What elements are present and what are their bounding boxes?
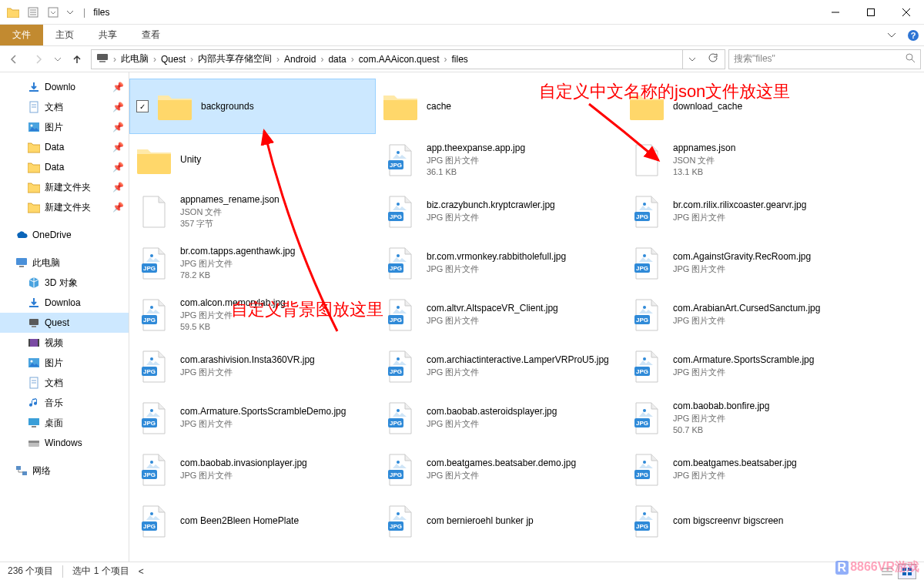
file-item[interactable]: JPG com bernieroehl bunker jp: [376, 495, 622, 547]
tree-label: 此电脑: [32, 256, 60, 270]
file-item[interactable]: JPG br.com.tapps.agenthawk.jpgJPG 图片文件78…: [129, 237, 376, 289]
file-item[interactable]: appnames.jsonJSON 文件13.1 KB: [622, 134, 869, 186]
checkbox-icon[interactable]: ✓: [136, 100, 149, 112]
nav-up-button[interactable]: [66, 49, 88, 70]
tree-item[interactable]: 文档📌: [0, 97, 129, 117]
file-item[interactable]: JPG com.ArabianArt.CursedSanctum.jpgJPG …: [622, 289, 869, 340]
file-item[interactable]: JPG br.com.vrmonkey.rabbitholefull.jpgJP…: [376, 237, 622, 289]
status-item-count: 236 个项目: [8, 565, 53, 578]
file-item[interactable]: cache: [376, 79, 622, 134]
file-item[interactable]: JPG com.baobab.asteroidsplayer.jpgJPG 图片…: [376, 392, 622, 444]
file-item[interactable]: JPG com bigscreenvr bigscreen: [622, 495, 869, 547]
file-item[interactable]: JPG com.beatgames.beatsaber.jpgJPG 图片文件: [622, 444, 869, 495]
jpg-icon: JPG: [628, 245, 665, 282]
file-item[interactable]: JPG br.com.rilix.rilixcoaster.gearvr.jpg…: [622, 186, 869, 237]
tree-network[interactable]: 网络: [0, 461, 129, 481]
tree-item[interactable]: 桌面: [0, 413, 129, 433]
json-icon: [628, 142, 665, 179]
file-item[interactable]: JPG biz.crazybunch.kryptcrawler.jpgJPG 图…: [376, 186, 622, 237]
jpg-icon: JPG: [628, 348, 665, 385]
nav-back-button[interactable]: [3, 49, 25, 70]
file-item[interactable]: JPG com.archiactinteractive.LamperVRProU…: [376, 340, 622, 392]
tree-item[interactable]: Data📌: [0, 157, 129, 177]
watermark: R8866VR游戏: [835, 559, 919, 575]
tab-file[interactable]: 文件: [0, 25, 43, 45]
tree-onedrive[interactable]: OneDrive: [0, 225, 129, 245]
device-icon: [93, 53, 112, 65]
jpg-icon: JPG: [136, 503, 172, 540]
file-item[interactable]: download_cache: [622, 79, 869, 134]
navigation-tree[interactable]: Downlo📌文档📌图片📌Data📌Data📌新建文件夹📌新建文件夹📌 OneD…: [0, 72, 129, 562]
help-icon[interactable]: ?: [902, 25, 924, 46]
tree-thispc[interactable]: 此电脑: [0, 253, 129, 273]
file-item[interactable]: JPG com.beatgames.beatsaber.demo.jpgJPG …: [376, 444, 622, 495]
tree-item[interactable]: 视频: [0, 333, 129, 353]
tree-label: Data: [45, 162, 64, 173]
tree-item[interactable]: 3D 对象: [0, 273, 129, 293]
qat-dropdown-icon[interactable]: [45, 4, 62, 21]
svg-text:JPG: JPG: [143, 265, 156, 272]
properties-icon[interactable]: [25, 4, 42, 21]
crumb-quest[interactable]: Quest: [158, 54, 189, 65]
tab-home[interactable]: 主页: [43, 25, 86, 45]
file-item[interactable]: JPG com.arashivision.Insta360VR.jpgJPG 图…: [129, 340, 376, 392]
file-item[interactable]: JPG app.theexpanse.app.jpgJPG 图片文件36.1 K…: [376, 134, 622, 186]
svg-point-13: [906, 54, 912, 60]
svg-point-84: [643, 203, 646, 206]
close-button[interactable]: [889, 0, 924, 25]
jpg-icon: JPG: [136, 400, 172, 437]
svg-text:JPG: JPG: [143, 420, 156, 427]
file-item[interactable]: JPG com.alcon.memorylab.jpgJPG 图片文件59.5 …: [129, 289, 376, 340]
tree-item[interactable]: Windows: [0, 433, 129, 453]
file-item[interactable]: JPG com.baobab.invasionplayer.jpgJPG 图片文…: [129, 444, 376, 495]
file-item[interactable]: Unity: [129, 134, 376, 186]
breadcrumb[interactable]: › 此电脑› Quest› 内部共享存储空间› Android› data› c…: [91, 49, 725, 69]
crumb-package[interactable]: com.AAAicon.quest: [356, 54, 443, 65]
file-item[interactable]: JPG com Been2Bleen HomePlate: [129, 495, 376, 547]
file-item[interactable]: appnames_rename.jsonJSON 文件357 字节: [129, 186, 376, 237]
chevron-down-icon[interactable]: [65, 4, 75, 21]
tree-item[interactable]: Quest: [0, 313, 129, 333]
nav-forward-button[interactable]: [28, 49, 49, 70]
jpg-icon: JPG: [382, 400, 419, 437]
tree-item[interactable]: 音乐: [0, 393, 129, 413]
tree-item[interactable]: Downloa: [0, 293, 129, 313]
jpg-icon: JPG: [628, 193, 665, 230]
tab-view[interactable]: 查看: [129, 25, 172, 45]
crumb-android[interactable]: Android: [281, 54, 319, 65]
tree-item[interactable]: Data📌: [0, 137, 129, 157]
svg-rect-28: [38, 339, 39, 347]
tab-share[interactable]: 共享: [86, 25, 129, 45]
file-item[interactable]: JPG com.Armature.SportsScrambleDemo.jpgJ…: [129, 392, 376, 444]
tree-label: 新建文件夹: [45, 201, 91, 214]
history-dropdown-icon[interactable]: [682, 50, 701, 69]
minimize-button[interactable]: [818, 0, 853, 25]
crumb-data[interactable]: data: [325, 54, 349, 65]
file-item[interactable]: JPG com.Armature.SportsScramble.jpgJPG 图…: [622, 340, 869, 392]
svg-rect-4: [49, 8, 58, 17]
maximize-button[interactable]: [853, 0, 889, 25]
nav-recent-button[interactable]: [52, 49, 63, 70]
file-item[interactable]: JPG com.AgainstGravity.RecRoom.jpgJPG 图片…: [622, 237, 869, 289]
tree-item[interactable]: 新建文件夹📌: [0, 177, 129, 197]
search-icon[interactable]: [905, 52, 916, 65]
tree-item[interactable]: 文档: [0, 373, 129, 393]
file-item[interactable]: ✓ backgrounds: [129, 79, 376, 134]
tree-item[interactable]: Downlo📌: [0, 77, 129, 97]
crumb-thispc[interactable]: 此电脑: [118, 52, 152, 65]
crumb-files[interactable]: files: [448, 54, 470, 65]
file-name: Unity: [180, 153, 370, 166]
file-item[interactable]: JPG com.baobab.bonfire.jpgJPG 图片文件50.7 K…: [622, 392, 869, 444]
file-list[interactable]: ✓ backgrounds Unity appnames_rename.json…: [129, 72, 924, 562]
chevron-right-icon[interactable]: ›: [113, 54, 116, 65]
refresh-button[interactable]: [703, 52, 723, 65]
tree-label: 桌面: [45, 417, 63, 430]
crumb-storage[interactable]: 内部共享存储空间: [195, 52, 275, 65]
tree-item[interactable]: 图片📌: [0, 117, 129, 137]
file-item[interactable]: JPG com.altvr.AltspaceVR_Client.jpgJPG 图…: [376, 289, 622, 340]
search-input[interactable]: 搜索"files": [728, 49, 921, 69]
tree-item[interactable]: 图片: [0, 353, 129, 373]
ribbon-expand-icon[interactable]: [881, 30, 902, 41]
tree-item[interactable]: 新建文件夹📌: [0, 197, 129, 217]
folder-icon: [156, 88, 193, 125]
